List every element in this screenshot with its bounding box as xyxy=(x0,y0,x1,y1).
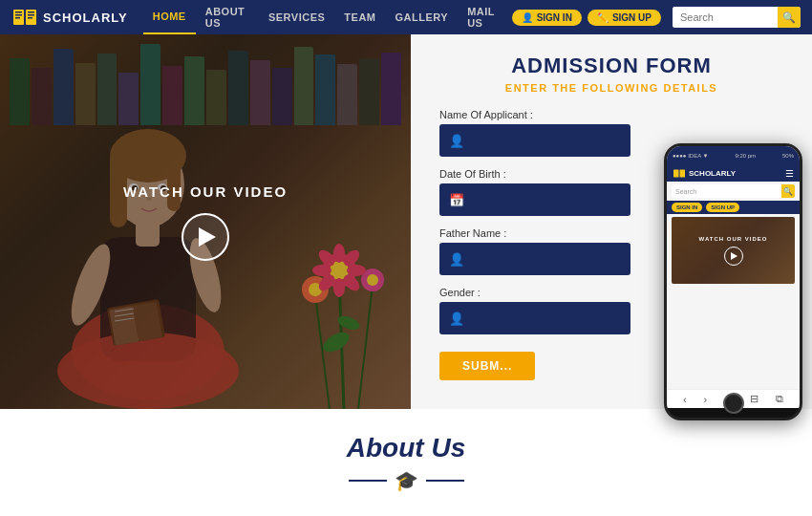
person-icon: 👤 xyxy=(449,134,464,148)
phone-play-button[interactable] xyxy=(724,247,743,266)
phone-search-placeholder: Search xyxy=(675,188,785,195)
father-input-wrap: 👤 xyxy=(439,243,630,275)
dob-input[interactable] xyxy=(470,194,621,205)
svg-rect-49 xyxy=(680,170,686,178)
phone-forward-icon[interactable]: › xyxy=(704,394,708,405)
phone-video-section: WATCH OUR VIDEO xyxy=(672,217,795,284)
nav-services[interactable]: SERVICES xyxy=(259,0,334,34)
phone-watch-label: WATCH OUR VIDEO xyxy=(699,236,768,242)
play-button[interactable] xyxy=(182,213,229,261)
deco-line-right xyxy=(426,480,464,482)
phone-brand-icon xyxy=(673,168,686,179)
form-subtitle: ENTER THE FOLLOWING DETAILS xyxy=(439,82,783,94)
nav-actions: 👤 SIGN IN ✏️ SIGN UP 🔍 xyxy=(512,7,801,28)
svg-rect-2 xyxy=(15,14,22,16)
calendar-icon: 📅 xyxy=(449,193,464,207)
gender-icon: 👤 xyxy=(449,312,464,326)
about-decoration: 🎓 xyxy=(349,469,464,492)
phone-status-bar: ●●●● IDEA ▼ 9:20 pm 50% xyxy=(667,146,800,165)
search-button[interactable]: 🔍 xyxy=(778,7,801,28)
deco-line-left xyxy=(349,480,387,482)
person2-icon: 👤 xyxy=(449,252,464,267)
phone-screen: ●●●● IDEA ▼ 9:20 pm 50% SCHOLARLY ☰ Sear… xyxy=(667,146,800,389)
brand-name: SCHOLARLY xyxy=(43,11,128,25)
svg-rect-1 xyxy=(15,11,22,13)
phone-battery: 50% xyxy=(782,153,794,159)
brand-icon xyxy=(11,7,38,28)
phone-search-icon[interactable]: 🔍 xyxy=(781,184,795,198)
gender-input[interactable] xyxy=(470,312,621,324)
play-icon xyxy=(199,227,216,247)
phone-auth-buttons: SIGN IN SIGN UP xyxy=(667,201,800,214)
phone-search-bar: Search 🔍 xyxy=(672,184,795,198)
name-input[interactable] xyxy=(470,135,621,146)
svg-rect-3 xyxy=(15,17,20,19)
dob-input-wrap: 📅 xyxy=(439,183,630,216)
phone-time: 9:20 pm xyxy=(735,153,756,159)
form-title: ADMISSION FORM xyxy=(439,54,783,78)
video-section: WATCH OUR VIDEO xyxy=(0,34,411,409)
nav-about[interactable]: ABOUT US xyxy=(196,0,259,34)
nav-home[interactable]: HOME xyxy=(143,0,196,34)
svg-rect-48 xyxy=(673,170,679,178)
name-label: Name Of Applicant : xyxy=(439,109,783,120)
phone-menu-icon[interactable]: ☰ xyxy=(785,168,794,179)
phone-home-button[interactable] xyxy=(723,393,744,414)
phone-signin-button[interactable]: SIGN IN xyxy=(672,203,702,212)
phone-brand-bar: SCHOLARLY ☰ xyxy=(667,165,800,182)
submit-button[interactable]: SUBM... xyxy=(439,352,535,380)
phone-brand-name: SCHOLARLY xyxy=(689,169,736,178)
graduation-cap-icon: 🎓 xyxy=(395,469,418,492)
video-overlay: WATCH OUR VIDEO xyxy=(0,34,411,409)
signup-button[interactable]: ✏️ SIGN UP xyxy=(588,10,661,26)
watch-label: WATCH OUR VIDEO xyxy=(123,183,288,200)
phone-tabs-icon[interactable]: ⧉ xyxy=(776,393,783,405)
gender-input-wrap: 👤 xyxy=(439,302,630,334)
phone-carrier: ●●●● IDEA ▼ xyxy=(673,153,708,159)
signin-icon: 👤 xyxy=(522,12,533,23)
svg-rect-6 xyxy=(28,14,34,16)
svg-rect-7 xyxy=(28,17,32,19)
nav-gallery[interactable]: GALLERY xyxy=(386,0,459,34)
nav-team[interactable]: TEAM xyxy=(334,0,385,34)
search-bar: 🔍 xyxy=(673,7,801,28)
phone-back-icon[interactable]: ‹ xyxy=(683,394,687,405)
signin-button[interactable]: 👤 SIGN IN xyxy=(512,10,582,26)
navbar: SCHOLARLY HOME ABOUT US SERVICES TEAM GA… xyxy=(0,0,812,34)
father-input[interactable] xyxy=(470,253,621,265)
brand: SCHOLARLY xyxy=(11,7,128,28)
about-title: About Us xyxy=(347,433,465,463)
phone-signup-button[interactable]: SIGN UP xyxy=(706,203,739,212)
signup-icon: ✏️ xyxy=(597,12,609,23)
search-input[interactable] xyxy=(673,7,778,28)
phone-mockup: ●●●● IDEA ▼ 9:20 pm 50% SCHOLARLY ☰ Sear… xyxy=(664,143,802,420)
phone-bookmark-icon[interactable]: ⊟ xyxy=(750,393,759,405)
phone-play-icon xyxy=(731,252,737,260)
svg-rect-5 xyxy=(28,11,34,13)
name-input-wrap: 👤 xyxy=(439,124,630,157)
about-section: About Us 🎓 xyxy=(0,409,812,516)
nav-links: HOME ABOUT US SERVICES TEAM GALLERY MAIL… xyxy=(143,0,512,34)
nav-mail[interactable]: MAIL US xyxy=(458,0,511,34)
